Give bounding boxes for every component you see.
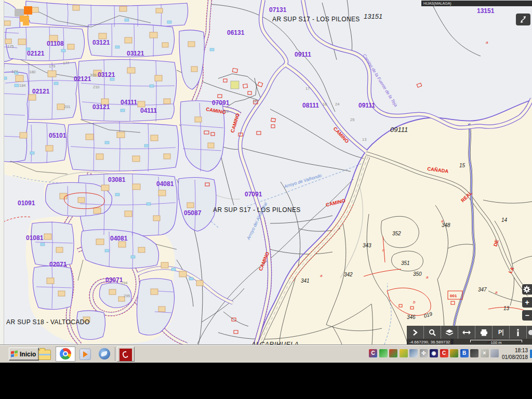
folder-shortcut[interactable] bbox=[38, 348, 51, 361]
map-label: 210 bbox=[93, 85, 100, 89]
map-label: 24 bbox=[335, 102, 339, 107]
acrobat-shortcut[interactable] bbox=[119, 348, 132, 361]
map-label: a bbox=[495, 290, 498, 295]
tray-icon-ccc-red[interactable]: C bbox=[440, 349, 448, 357]
map-label: 04111 bbox=[140, 107, 157, 114]
taskbar: Inicio C✣◉CB× 18:13 01/08/2018 bbox=[0, 345, 532, 363]
map-canvas[interactable]: 0713106131091110811109111070910709105087… bbox=[0, 0, 532, 345]
position-button[interactable]: P bbox=[493, 326, 510, 339]
map-label: a bbox=[320, 273, 323, 278]
map-settings-button[interactable] bbox=[522, 284, 532, 295]
gear-icon bbox=[522, 284, 532, 295]
fullscreen-button[interactable] bbox=[516, 14, 530, 25]
map-label: 04081 bbox=[156, 180, 174, 188]
map-label: 25 bbox=[350, 117, 354, 122]
start-label: Inicio bbox=[20, 351, 36, 358]
map-label: 127 bbox=[252, 99, 259, 103]
window-titlebar[interactable]: HIJAS(MALAGA) bbox=[421, 1, 532, 6]
map-label: 341 bbox=[301, 278, 310, 284]
tray-icon-mail-notifier[interactable] bbox=[400, 349, 408, 357]
layers-button[interactable] bbox=[441, 326, 458, 339]
tray-icon-blue-b[interactable]: B bbox=[460, 349, 469, 357]
info-button[interactable] bbox=[510, 326, 527, 339]
map-label: a bbox=[441, 219, 444, 223]
tray-icon-network[interactable] bbox=[490, 349, 499, 357]
magnifier-icon bbox=[429, 329, 436, 336]
chrome-icon bbox=[60, 348, 71, 360]
map-label: 03121 bbox=[98, 71, 115, 78]
tray-icon-monitor[interactable] bbox=[470, 349, 478, 357]
tray-icon-antivirus-shield[interactable] bbox=[379, 349, 388, 357]
map-label: 180 bbox=[29, 70, 36, 74]
map-label: 06131 bbox=[227, 29, 245, 36]
tray-icon-paint-tool[interactable] bbox=[409, 349, 418, 357]
map-label: 03071 bbox=[105, 276, 123, 284]
extra-button[interactable] bbox=[527, 326, 532, 339]
map-label: 16 bbox=[323, 102, 327, 107]
tray-icon-color-grid[interactable] bbox=[389, 349, 397, 357]
map-label: AR SUP S17 - LOS PILONES bbox=[213, 206, 301, 214]
printer-icon bbox=[480, 329, 488, 336]
chevron-right-icon bbox=[412, 329, 418, 336]
map-label: 01081 bbox=[26, 234, 44, 242]
zoom-in-button[interactable]: + bbox=[522, 297, 532, 308]
map-viewport[interactable]: 0713106131091110811109111070910709105087… bbox=[0, 0, 532, 345]
collapse-toolbar-button[interactable] bbox=[407, 326, 424, 339]
yellow-building bbox=[231, 81, 239, 89]
map-label: 13 bbox=[362, 137, 366, 142]
scale-label: 100 m bbox=[470, 340, 522, 345]
print-button[interactable] bbox=[475, 326, 493, 339]
position-marker-icon: P bbox=[498, 328, 504, 336]
map-label: 343 bbox=[363, 243, 371, 248]
map-label: 184 bbox=[19, 83, 26, 88]
window-title: HIJAS(MALAGA) bbox=[423, 2, 451, 5]
map-label: 294 bbox=[121, 281, 128, 285]
map-label: 120 bbox=[222, 109, 229, 114]
left-edge bbox=[0, 0, 4, 345]
map-label: 179 bbox=[49, 64, 56, 69]
zoom-search-button[interactable] bbox=[424, 326, 441, 339]
map-label: 09111 bbox=[295, 51, 311, 58]
map-label: 07091 bbox=[212, 99, 230, 107]
map-label: 347 bbox=[478, 287, 487, 292]
map-label: 13151 bbox=[477, 7, 495, 15]
media-player-shortcut[interactable] bbox=[79, 348, 92, 361]
map-label: 351 bbox=[401, 260, 410, 266]
map-label: 175 bbox=[7, 44, 14, 49]
tray-icon-gray-flower[interactable]: ✣ bbox=[420, 349, 428, 357]
tray-icon-dark-blue-app[interactable]: ◉ bbox=[430, 349, 438, 357]
coordinate-strip: -4.667290, 36.589732 100 m bbox=[407, 339, 532, 345]
map-label: ALCARIHUELA bbox=[251, 341, 299, 345]
expand-arrows-icon bbox=[516, 14, 530, 25]
map-label: 350 bbox=[413, 271, 422, 277]
screen: 0713106131091110811109111070910709105087… bbox=[0, 0, 532, 399]
map-label: a bbox=[486, 40, 488, 45]
map-label: 08111 bbox=[302, 102, 319, 109]
map-label: a bbox=[426, 275, 429, 280]
measure-button[interactable] bbox=[458, 326, 475, 339]
scale-bar: 100 m bbox=[470, 340, 522, 345]
tray-icon-volume-muted[interactable]: × bbox=[481, 349, 489, 357]
map-label: 02121 bbox=[32, 88, 50, 95]
map-label: 03121 bbox=[127, 50, 144, 57]
thunderbird-shortcut[interactable] bbox=[99, 348, 111, 361]
map-label: AR SUP S18 - VALTOCADO bbox=[6, 318, 90, 326]
map-label: 03121 bbox=[92, 103, 110, 111]
layers-icon bbox=[445, 329, 454, 336]
chrome-shortcut[interactable] bbox=[60, 348, 72, 361]
map-label: 309 bbox=[90, 73, 97, 77]
tray-icon-cleaner[interactable]: C bbox=[369, 349, 377, 357]
map-label: 001 bbox=[450, 294, 457, 298]
quicklaunch-divider bbox=[115, 347, 115, 361]
taskbar-clock[interactable]: 18:13 01/08/2018 bbox=[501, 347, 528, 361]
map-label: 09111 bbox=[358, 102, 375, 109]
zoom-out-button[interactable]: − bbox=[522, 310, 532, 321]
map-label: 346 bbox=[407, 314, 416, 320]
minus-icon: − bbox=[525, 311, 529, 320]
map-label: 177 bbox=[63, 61, 70, 65]
map-label: 03081 bbox=[108, 176, 126, 183]
map-label: 04111 bbox=[121, 99, 137, 106]
tray-icon-chart-bars[interactable] bbox=[450, 349, 458, 357]
start-button[interactable]: Inicio bbox=[9, 348, 39, 361]
windows-logo-icon bbox=[11, 351, 18, 357]
